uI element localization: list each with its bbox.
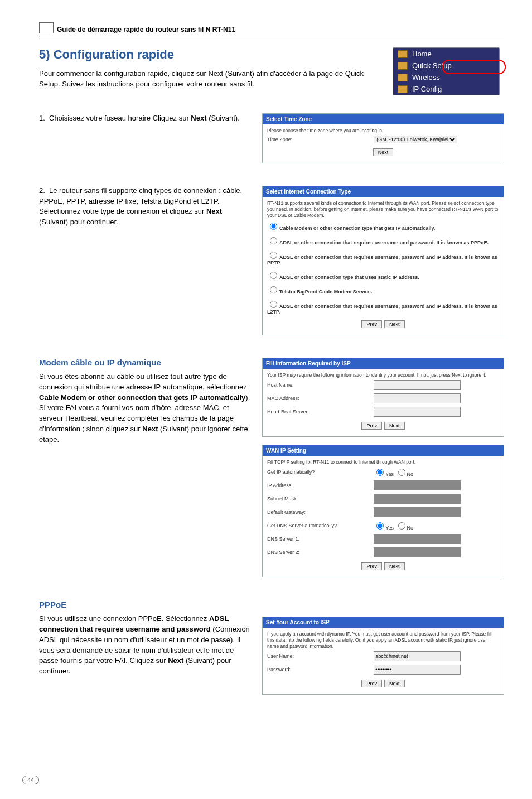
ip-auto-no[interactable] [398,469,405,476]
nav-item-ip-config[interactable]: IP Config [393,83,499,95]
dns-auto-yes[interactable] [376,522,384,530]
hb-input[interactable] [374,407,461,417]
ct-opt: Cable Modem or other connection type tha… [279,225,435,231]
timezone-panel: Select Time Zone Please choose the time … [262,113,504,163]
isp-info-panel: Fill Information Required by ISP Your IS… [262,358,504,437]
ip-auto-yes[interactable] [376,469,384,476]
prev-button[interactable]: Prev [361,680,382,687]
panel-header: Set Your Account to ISP [263,617,504,628]
next-button[interactable]: Next [384,422,405,430]
mac-input[interactable] [374,393,461,403]
step-bold: Next [206,207,222,215]
next-button[interactable]: Next [384,320,405,328]
tz-label: Time Zone: [267,137,374,142]
nav-item-quick-setup[interactable]: Quick Setup [393,60,499,71]
dns1-label: DNS Server 1: [267,536,374,542]
nav-label: Quick Setup [412,61,452,70]
panel-header: Fill Information Required by ISP [263,358,504,369]
host-input[interactable] [374,380,461,390]
ct-opt: ADSL or other connection that requires u… [267,304,497,315]
modem-title: Modem câble ou IP dynamique [39,358,251,367]
nav-label: IP Config [412,85,442,93]
ip-label: IP Address: [267,483,374,488]
ct-radio-pptp[interactable] [270,252,277,259]
yes-label: Yes [385,471,394,477]
nav-menu: Home Quick Setup Wireless IP Config [393,47,500,95]
ct-radio-l2tp[interactable] [270,301,277,308]
folder-icon [398,74,408,81]
step-bold: Next [191,114,206,122]
panel-header: WAN IP Setting [263,445,504,456]
ct-radio-pppoe[interactable] [270,237,277,244]
mac-label: MAC Address: [267,396,374,401]
hb-label: Heart-Beat Server: [267,409,374,415]
prev-button[interactable]: Prev [361,320,382,328]
gw-label: Default Gateway: [267,509,374,515]
dns1-input[interactable] [374,534,461,544]
step-number: 1. [39,113,49,124]
nav-item-wireless[interactable]: Wireless [393,71,499,83]
pass-input[interactable] [374,665,461,675]
prev-button[interactable]: Prev [361,562,382,570]
mask-label: Subnet Mask: [267,496,374,502]
prev-button[interactable]: Prev [361,422,382,430]
nav-label: Wireless [412,73,440,81]
ct-radio-bigpond[interactable] [270,286,277,293]
next-button[interactable]: Next [373,148,394,156]
folder-icon [398,62,408,70]
ct-opt: ADSL or other connection type that uses … [279,275,419,280]
next-button[interactable]: Next [384,680,405,687]
dns-auto-label: Get DNS Server automatically? [267,523,374,528]
nav-item-home[interactable]: Home [393,48,499,60]
step-tail: (Suivant). [207,114,240,122]
modem-paragraph: Si vous êtes abonné au câble ou utilisez… [39,372,251,445]
panel-header: Select Internet Connection Type [263,186,504,197]
mask-input[interactable] [374,494,461,504]
ct-radio-static[interactable] [270,272,277,279]
account-panel: Set Your Account to ISP If you apply an … [262,617,504,695]
header-title: Guide de démarrage rapide du routeur san… [57,26,235,33]
logo-icon [39,22,54,33]
folder-icon [398,50,408,58]
user-label: User Name: [267,653,374,659]
panel-hint: Please choose the time zone where you ar… [267,128,499,134]
no-label: No [407,471,414,477]
panel-hint: If you apply an account with dynamic IP.… [267,631,499,649]
step-tail: (Suivant) pour continuer. [39,218,118,226]
ct-radio-cable[interactable] [270,223,277,230]
nav-label: Home [412,50,432,58]
ct-opt: Telstra BigPond Cable Modem Service. [279,289,372,295]
dns2-label: DNS Server 2: [267,550,374,555]
folder-icon [398,85,408,93]
ct-opt: ADSL or other connection that requires u… [267,254,497,266]
ip-input[interactable] [374,480,461,490]
section-intro: Pour commencer la configuration rapide, … [39,69,381,90]
yes-label: Yes [385,525,394,531]
step-text: Choisissez votre fuseau horaire Cliquez … [49,114,191,122]
page-number: 44 [22,776,39,784]
tz-select[interactable]: (GMT-12:00) Eniwetok, Kwajalein [374,136,457,143]
wan-ip-panel: WAN IP Setting Fill TCP/IP setting for R… [262,445,504,577]
dns-auto-no[interactable] [398,522,405,530]
panel-header: Select Time Zone [263,114,504,124]
user-input[interactable] [374,651,461,661]
panel-hint: RT-N11 supports several kinds of connect… [267,200,499,219]
wan-auto-label: Get IP automatically? [267,469,374,475]
gw-input[interactable] [374,507,461,517]
section-title: 5) Configuration rapide [39,47,381,62]
pppoe-title: PPPoE [39,600,251,609]
dns2-input[interactable] [374,547,461,557]
pass-label: Password: [267,667,374,672]
step-number: 2. [39,186,49,196]
host-label: Host Name: [267,382,374,388]
no-label: No [407,525,414,531]
connection-type-panel: Select Internet Connection Type RT-N11 s… [262,186,504,335]
next-button[interactable]: Next [384,562,405,570]
panel-hint: Your ISP may require the following infor… [267,372,499,378]
pppoe-paragraph: Si vous utilisez une connexion PPPoE. Sé… [39,614,251,677]
ct-opt: ADSL or other connection that requires u… [279,240,489,246]
panel-hint: Fill TCP/IP setting for RT-N11 to connec… [267,459,499,465]
